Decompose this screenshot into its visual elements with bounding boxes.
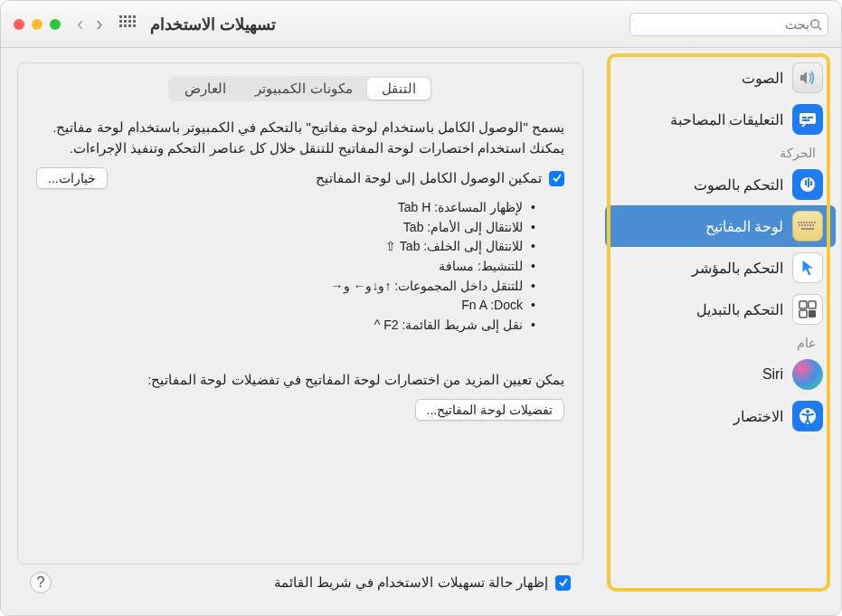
- svg-rect-5: [802, 119, 809, 121]
- svg-rect-17: [799, 224, 800, 226]
- main-panel: التنقل مكونات الكمبيوتر العارض يسمح "الو…: [1, 48, 600, 615]
- shortcut-item: للتنقل داخل المجموعات: ↑و↓و← و→: [36, 277, 535, 297]
- enable-fka-label: تمكين الوصول الكامل إلى لوحة المفاتيح: [316, 170, 542, 186]
- svg-rect-16: [814, 222, 816, 223]
- captions-icon: [792, 104, 823, 135]
- keyboard-icon: [792, 211, 823, 242]
- sidebar-item-switch-control[interactable]: التحكم بالتبديل: [600, 289, 841, 330]
- forward-button[interactable]: ›: [96, 13, 102, 36]
- search-field[interactable]: [629, 13, 828, 36]
- sidebar-label: التحكم بالمؤشر: [692, 260, 783, 277]
- minimize-button[interactable]: [32, 19, 43, 30]
- sidebar-item-pointer-control[interactable]: التحكم بالمؤشر: [600, 247, 841, 289]
- shortcut-item: للتنشيط: مسافة: [36, 257, 535, 277]
- svg-rect-26: [799, 310, 807, 317]
- tab-navigation[interactable]: التنقل: [367, 78, 430, 100]
- sidebar-item-shortcut[interactable]: الاختصار: [600, 395, 841, 437]
- tab-viewer[interactable]: العارض: [170, 78, 241, 100]
- keyboard-preferences-button[interactable]: تفضيلات لوحة المفاتيح...: [415, 399, 564, 421]
- svg-rect-3: [802, 117, 807, 118]
- footer: إظهار حالة تسهيلات الاستخدام في شريط الق…: [17, 564, 583, 606]
- svg-rect-12: [803, 222, 805, 223]
- sidebar-item-siri[interactable]: Siri: [600, 354, 841, 395]
- sidebar: الصوت التعليقات المصاحبة الحركة التحكم ب…: [600, 48, 841, 615]
- show-status-checkbox-row[interactable]: إظهار حالة تسهيلات الاستخدام في شريط الق…: [274, 574, 571, 591]
- sidebar-section-motion: الحركة: [600, 140, 841, 164]
- svg-rect-20: [807, 224, 809, 226]
- svg-rect-9: [810, 181, 812, 185]
- sidebar-label: الصوت: [742, 70, 783, 87]
- zoom-button[interactable]: [50, 19, 61, 30]
- shortcuts-list: لإظهار المساعدة: Tab H للانتقال إلى الأم…: [36, 198, 564, 336]
- svg-rect-19: [804, 224, 806, 226]
- switch-control-icon: [792, 294, 823, 325]
- description-text: يسمح "الوصول الكامل باستخدام لوحة مفاتيح…: [36, 118, 564, 158]
- search-icon: [809, 18, 822, 31]
- checkbox-checked-icon: [555, 575, 571, 591]
- settings-panel: التنقل مكونات الكمبيوتر العارض يسمح "الو…: [17, 62, 583, 564]
- tab-hardware[interactable]: مكونات الكمبيوتر: [241, 78, 366, 100]
- show-all-button[interactable]: [119, 15, 137, 33]
- search-input[interactable]: [636, 17, 809, 32]
- titlebar: ‹ › تسهيلات الاستخدام: [1, 1, 841, 48]
- back-button[interactable]: ‹: [77, 13, 83, 36]
- nav-arrows: ‹ ›: [77, 13, 103, 36]
- shortcut-item: للانتقال إلى الأمام: Tab: [36, 218, 535, 238]
- sidebar-label: التحكم بالتبديل: [696, 301, 783, 318]
- window-title: تسهيلات الاستخدام: [150, 14, 276, 34]
- siri-icon: [792, 359, 823, 390]
- svg-rect-7: [805, 180, 807, 185]
- sidebar-item-audio[interactable]: الصوت: [600, 57, 841, 99]
- tab-bar: التنقل مكونات الكمبيوتر العارض: [36, 76, 564, 101]
- svg-rect-27: [809, 310, 816, 317]
- window-controls: [14, 19, 61, 30]
- help-button[interactable]: ?: [30, 572, 52, 593]
- svg-rect-11: [800, 222, 802, 223]
- shortcut-item: للانتقال إلى الخلف: Tab ⇧: [36, 237, 535, 257]
- more-shortcuts-text: يمكن تعيين المزيد من اختصارات لوحة المفا…: [36, 370, 564, 391]
- pointer-icon: [792, 252, 823, 283]
- svg-rect-14: [809, 222, 810, 223]
- svg-point-29: [806, 410, 809, 413]
- svg-rect-22: [812, 224, 814, 226]
- svg-rect-23: [801, 228, 814, 230]
- checkbox-checked-icon: [549, 171, 564, 186]
- shortcut-item: نقل إلى شريط القائمة: F2 ^: [36, 316, 535, 336]
- svg-rect-24: [799, 301, 807, 308]
- accessibility-window: ‹ › تسهيلات الاستخدام الصوت: [0, 0, 842, 616]
- shortcut-item: لإظهار المساعدة: Tab H: [36, 198, 535, 218]
- close-button[interactable]: [14, 19, 24, 30]
- sidebar-label: التحكم بالصوت: [694, 176, 783, 194]
- accessibility-icon: [792, 401, 823, 431]
- svg-rect-13: [806, 222, 808, 223]
- sidebar-label: Siri: [762, 366, 783, 383]
- speaker-icon: [792, 62, 823, 93]
- svg-rect-8: [808, 178, 809, 187]
- svg-rect-10: [798, 222, 799, 223]
- sidebar-section-general: عام: [600, 330, 841, 354]
- svg-rect-25: [809, 301, 816, 308]
- svg-rect-21: [809, 224, 811, 226]
- svg-point-0: [811, 19, 819, 27]
- sidebar-item-captions[interactable]: التعليقات المصاحبة: [600, 99, 841, 140]
- sidebar-label: التعليقات المصاحبة: [670, 111, 783, 128]
- svg-rect-4: [808, 117, 813, 118]
- sidebar-item-keyboard[interactable]: لوحة المفاتيح: [605, 205, 836, 247]
- enable-fka-checkbox-row[interactable]: تمكين الوصول الكامل إلى لوحة المفاتيح: [316, 170, 564, 186]
- svg-line-1: [818, 26, 822, 30]
- svg-rect-18: [801, 224, 803, 226]
- svg-rect-15: [811, 222, 813, 223]
- sidebar-item-voice-control[interactable]: التحكم بالصوت: [600, 164, 841, 205]
- sidebar-label: الاختصار: [733, 408, 783, 425]
- options-button[interactable]: خيارات...: [36, 167, 108, 189]
- shortcut-item: Fn A :Dock: [36, 296, 535, 316]
- voice-control-icon: [792, 169, 823, 200]
- sidebar-label: لوحة المفاتيح: [705, 218, 783, 235]
- show-status-label: إظهار حالة تسهيلات الاستخدام في شريط الق…: [274, 574, 548, 591]
